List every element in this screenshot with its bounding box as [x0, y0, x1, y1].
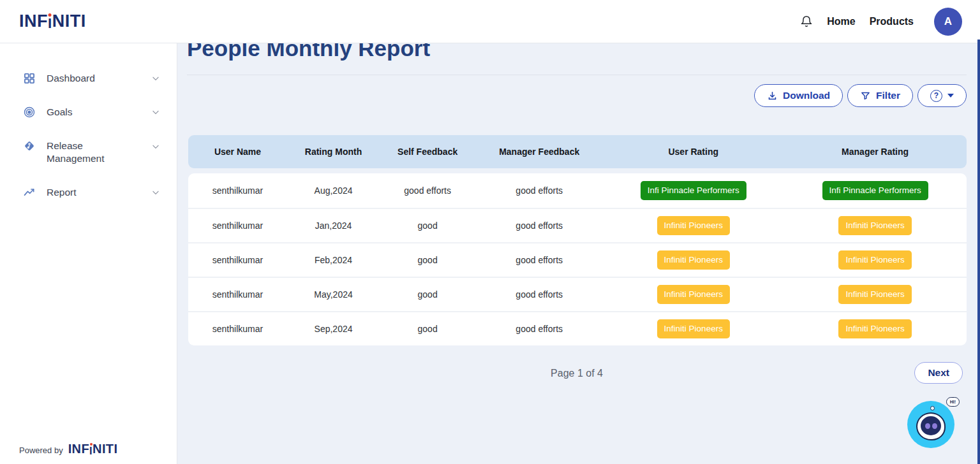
- manager-rating-badge: Infi Pinnacle Performers: [822, 181, 928, 200]
- cell-user-name: senthilkumar: [188, 289, 287, 300]
- pagination: Page 1 of 4 Next: [187, 362, 967, 385]
- user-rating-badge: Infi Pinnacle Performers: [641, 181, 746, 200]
- logo-part: INF: [19, 11, 48, 31]
- cell-self-feedback: good: [380, 324, 475, 334]
- logo-dotted-i: I: [48, 17, 52, 31]
- user-rating-badge: Infiniti Pioneers: [657, 250, 730, 270]
- chatbot-button[interactable]: HI!: [907, 401, 954, 448]
- manager-rating-badge: Infiniti Pioneers: [838, 285, 911, 304]
- chevron-down-icon[interactable]: [151, 188, 160, 197]
- sidebar-item-label: Goals: [47, 106, 73, 119]
- download-label: Download: [783, 90, 830, 101]
- cell-manager-feedback: good efforts: [475, 289, 603, 300]
- column-header: Self Feedback: [380, 147, 475, 157]
- filter-label: Filter: [876, 90, 900, 101]
- manager-rating-badge: Infiniti Pioneers: [838, 319, 911, 338]
- sidebar-nav: Dashboard Goals Release Management: [0, 43, 177, 199]
- page: INFINITI Home Products A Dashboard: [0, 0, 980, 464]
- manager-rating-badge: Infiniti Pioneers: [838, 250, 911, 270]
- table-row: senthilkumar Feb,2024 good good efforts …: [188, 242, 967, 277]
- sidebar-item-label: Report: [47, 186, 77, 199]
- logo-part: INF: [68, 442, 89, 456]
- nav-home[interactable]: Home: [827, 16, 855, 27]
- column-header: User Name: [188, 147, 287, 157]
- cell-user-name: senthilkumar: [188, 185, 287, 196]
- robot-antenna: [930, 406, 935, 410]
- chevron-down-icon[interactable]: [151, 108, 160, 117]
- cell-self-feedback: good efforts: [380, 185, 475, 196]
- table-row: senthilkumar Jan,2024 good good efforts …: [188, 208, 967, 242]
- cell-manager-feedback: good efforts: [475, 185, 603, 196]
- cell-user-name: senthilkumar: [188, 324, 287, 334]
- sidebar-item-label: Dashboard: [47, 72, 95, 85]
- report-table: User Name Rating Month Self Feedback Man…: [188, 135, 967, 345]
- table-body: senthilkumar Aug,2024 good efforts good …: [188, 173, 967, 345]
- robot-face: [921, 416, 941, 435]
- logo-part: NITI: [93, 442, 117, 456]
- table-row: senthilkumar Aug,2024 good efforts good …: [188, 173, 967, 208]
- sidebar-item-report[interactable]: Report: [23, 186, 160, 199]
- help-icon: ?: [930, 90, 942, 102]
- cell-rating-month: Aug,2024: [287, 185, 380, 196]
- cell-rating-month: May,2024: [287, 289, 380, 300]
- filter-button[interactable]: Filter: [847, 84, 913, 107]
- cell-self-feedback: good: [380, 289, 475, 300]
- table-row: senthilkumar Sep,2024 good good efforts …: [188, 311, 967, 345]
- vertical-scrollbar[interactable]: [977, 40, 980, 464]
- cell-manager-feedback: good efforts: [475, 221, 603, 231]
- trend-up-icon: [23, 186, 36, 199]
- chevron-down-icon[interactable]: [151, 74, 160, 83]
- download-icon: [767, 91, 778, 101]
- user-rating-badge: Infiniti Pioneers: [657, 216, 730, 235]
- avatar[interactable]: A: [934, 8, 962, 36]
- top-header: INFINITI Home Products A: [0, 0, 980, 43]
- logo-dotted-i: I: [89, 446, 93, 456]
- sidebar: Dashboard Goals Release Management: [0, 43, 177, 464]
- grid-icon: [23, 72, 36, 85]
- cell-rating-month: Feb,2024: [287, 255, 380, 265]
- sidebar-item-dashboard[interactable]: Dashboard: [23, 72, 160, 85]
- sidebar-item-label: Release Management: [47, 140, 142, 165]
- brand-logo[interactable]: INFINITI: [19, 11, 86, 31]
- user-rating-badge: Infiniti Pioneers: [657, 319, 730, 338]
- cell-user-name: senthilkumar: [188, 221, 287, 231]
- cell-rating-month: Jan,2024: [287, 221, 380, 231]
- column-header: Manager Rating: [783, 147, 967, 157]
- column-header: User Rating: [603, 147, 783, 157]
- column-header: Manager Feedback: [475, 147, 603, 157]
- cell-user-name: senthilkumar: [188, 255, 287, 265]
- cell-self-feedback: good: [380, 255, 475, 265]
- chat-greeting-bubble: HI!: [946, 397, 960, 407]
- download-button[interactable]: Download: [754, 84, 843, 107]
- user-rating-badge: Infiniti Pioneers: [657, 285, 730, 304]
- robot-eye: [932, 423, 937, 429]
- powered-by-label: Powered by: [19, 446, 63, 456]
- cell-self-feedback: good: [380, 221, 475, 231]
- cell-rating-month: Sep,2024: [287, 324, 380, 334]
- nav-products[interactable]: Products: [870, 16, 914, 27]
- main-content: People Monthly Report Download Filter ?: [177, 43, 980, 464]
- caret-down-icon: [947, 94, 954, 98]
- robot-eye: [925, 423, 930, 429]
- notification-bell-icon[interactable]: [800, 15, 813, 29]
- table-row: senthilkumar May,2024 good good efforts …: [188, 277, 967, 311]
- footer-brand-logo: INFINITI: [68, 442, 118, 456]
- title-divider: [187, 75, 967, 75]
- chatbot-robot-icon: [916, 412, 946, 440]
- cell-manager-feedback: good efforts: [475, 324, 603, 334]
- page-indicator: Page 1 of 4: [551, 368, 603, 379]
- logo-part: NITI: [52, 11, 86, 31]
- next-page-button[interactable]: Next: [914, 362, 963, 384]
- help-dropdown-button[interactable]: ?: [917, 84, 967, 107]
- release-diamond-icon: [23, 140, 36, 152]
- top-nav: Home Products A: [800, 8, 962, 36]
- sidebar-item-goals[interactable]: Goals: [23, 106, 160, 119]
- sidebar-item-release-management[interactable]: Release Management: [23, 140, 160, 165]
- sidebar-footer: Powered by INFINITI: [19, 442, 117, 456]
- filter-funnel-icon: [860, 91, 871, 101]
- target-icon: [23, 106, 36, 119]
- table-header-row: User Name Rating Month Self Feedback Man…: [188, 135, 967, 168]
- toolbar: Download Filter ?: [187, 84, 967, 107]
- chevron-down-icon[interactable]: [151, 142, 160, 151]
- manager-rating-badge: Infiniti Pioneers: [838, 216, 911, 235]
